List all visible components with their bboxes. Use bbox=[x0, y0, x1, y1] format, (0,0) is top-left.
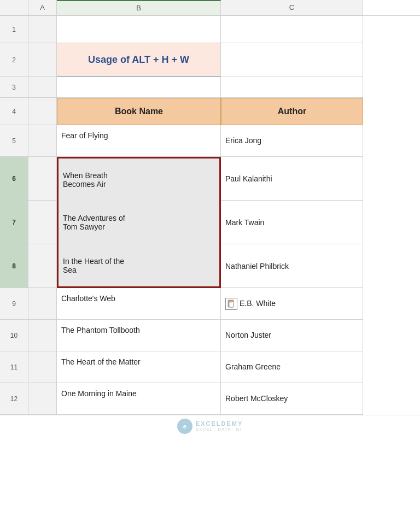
exceldemy-logo: e EXCELDEMY EXCEL · DATA · BI bbox=[177, 419, 243, 434]
row-num-9[interactable]: 9 bbox=[0, 288, 28, 320]
row-11: The Heart of the Matter Graham Greene bbox=[28, 351, 420, 383]
col-header-b[interactable]: B bbox=[57, 0, 221, 15]
row-num-6[interactable]: 6 bbox=[0, 157, 28, 201]
svg-rect-2 bbox=[230, 301, 232, 302]
footer: e EXCELDEMY EXCEL · DATA · BI bbox=[0, 415, 420, 437]
cell-8a[interactable] bbox=[28, 244, 57, 288]
cell-10a[interactable] bbox=[28, 320, 57, 351]
cell-2b[interactable]: Usage of ALT + H + W bbox=[57, 43, 221, 77]
row-num-5[interactable]: 5 bbox=[0, 125, 28, 157]
row-1 bbox=[28, 16, 420, 43]
row-num-2[interactable]: 2 bbox=[0, 43, 28, 77]
row-num-3[interactable]: 3 bbox=[0, 77, 28, 98]
cell-9a[interactable] bbox=[28, 288, 57, 320]
row-num-4[interactable]: 4 bbox=[0, 98, 28, 125]
corner-cell bbox=[0, 0, 28, 15]
cell-11b-book[interactable]: The Heart of the Matter bbox=[57, 351, 221, 383]
cell-2c[interactable] bbox=[221, 43, 363, 77]
rows-area: 1 2 3 4 5 6 7 8 9 10 11 12 bbox=[0, 16, 420, 415]
spreadsheet: A B C 1 2 3 4 5 6 7 8 9 10 11 12 bbox=[0, 0, 420, 511]
cell-9b-book[interactable]: Charlotte's Web bbox=[57, 288, 221, 320]
cell-2a[interactable] bbox=[28, 43, 57, 77]
cell-1a[interactable] bbox=[28, 16, 57, 43]
cell-5c-author[interactable]: Erica Jong bbox=[221, 125, 363, 157]
spreadsheet-title: Usage of ALT + H + W bbox=[88, 54, 189, 66]
svg-rect-1 bbox=[229, 302, 234, 307]
cell-8b-book[interactable]: In the Heart of theSea bbox=[57, 244, 221, 288]
row-num-11[interactable]: 11 bbox=[0, 351, 28, 383]
cell-12b-book[interactable]: One Morning in Maine bbox=[57, 383, 221, 415]
col-header-a[interactable]: A bbox=[28, 0, 57, 15]
cell-9c-author-text: E.B. White bbox=[240, 298, 276, 309]
row-num-7[interactable]: 7 bbox=[0, 201, 28, 244]
cell-5a[interactable] bbox=[28, 125, 57, 157]
cell-10c-author[interactable]: Norton Juster bbox=[221, 320, 363, 351]
cell-9c-author[interactable]: E.B. White bbox=[221, 288, 363, 320]
row-6: When BreathBecomes Air Paul Kalanithi bbox=[28, 157, 420, 201]
row-8: In the Heart of theSea Nathaniel Philbri… bbox=[28, 244, 420, 288]
data-grid: Usage of ALT + H + W Book Name Author Fe… bbox=[28, 16, 420, 415]
column-headers: A B C bbox=[0, 0, 420, 16]
header-book-name[interactable]: Book Name bbox=[57, 98, 221, 125]
cell-4a[interactable] bbox=[28, 98, 57, 125]
row-num-12[interactable]: 12 bbox=[0, 383, 28, 415]
logo-text-block: EXCELDEMY EXCEL · DATA · BI bbox=[196, 420, 243, 432]
cell-3c[interactable] bbox=[221, 77, 363, 98]
cell-6a[interactable] bbox=[28, 157, 57, 201]
cell-3b[interactable] bbox=[57, 77, 221, 98]
row-3 bbox=[28, 77, 420, 98]
header-author[interactable]: Author bbox=[221, 98, 363, 125]
cell-3a[interactable] bbox=[28, 77, 57, 98]
row-5: Fear of Flying Erica Jong bbox=[28, 125, 420, 157]
row-numbers: 1 2 3 4 5 6 7 8 9 10 11 12 bbox=[0, 16, 28, 415]
cell-10b-book[interactable]: The Phantom Tollbooth bbox=[57, 320, 221, 351]
cell-8c-author[interactable]: Nathaniel Philbrick bbox=[221, 244, 363, 288]
cell-7b-book[interactable]: The Adventures ofTom Sawyer bbox=[57, 201, 221, 244]
cell-7c-author[interactable]: Mark Twain bbox=[221, 201, 363, 244]
cell-7a[interactable] bbox=[28, 201, 57, 244]
row-12: One Morning in Maine Robert McCloskey bbox=[28, 383, 420, 415]
row-num-10[interactable]: 10 bbox=[0, 320, 28, 351]
row-num-1[interactable]: 1 bbox=[0, 16, 28, 43]
cell-11c-author[interactable]: Graham Greene bbox=[221, 351, 363, 383]
cell-6c-author[interactable]: Paul Kalanithi bbox=[221, 157, 363, 201]
cell-6b-book[interactable]: When BreathBecomes Air bbox=[57, 157, 221, 201]
row-num-8[interactable]: 8 bbox=[0, 244, 28, 288]
row-4: Book Name Author bbox=[28, 98, 420, 125]
cell-12c-author[interactable]: Robert McCloskey bbox=[221, 383, 363, 415]
row-7: The Adventures ofTom Sawyer Mark Twain bbox=[28, 201, 420, 244]
logo-icon: e bbox=[177, 419, 192, 434]
brand-sub: EXCEL · DATA · BI bbox=[196, 427, 243, 432]
cell-12a[interactable] bbox=[28, 383, 57, 415]
cell-1b[interactable] bbox=[57, 16, 221, 43]
col-header-c[interactable]: C bbox=[221, 0, 363, 15]
paste-icon[interactable] bbox=[225, 298, 237, 310]
cell-11a[interactable] bbox=[28, 351, 57, 383]
row-2: Usage of ALT + H + W bbox=[28, 43, 420, 77]
row-9: Charlotte's Web E.B. White bbox=[28, 288, 420, 320]
row-10: The Phantom Tollbooth Norton Juster bbox=[28, 320, 420, 351]
brand-name: EXCELDEMY bbox=[196, 420, 243, 427]
cell-5b-book[interactable]: Fear of Flying bbox=[57, 125, 221, 157]
cell-1c[interactable] bbox=[221, 16, 363, 43]
